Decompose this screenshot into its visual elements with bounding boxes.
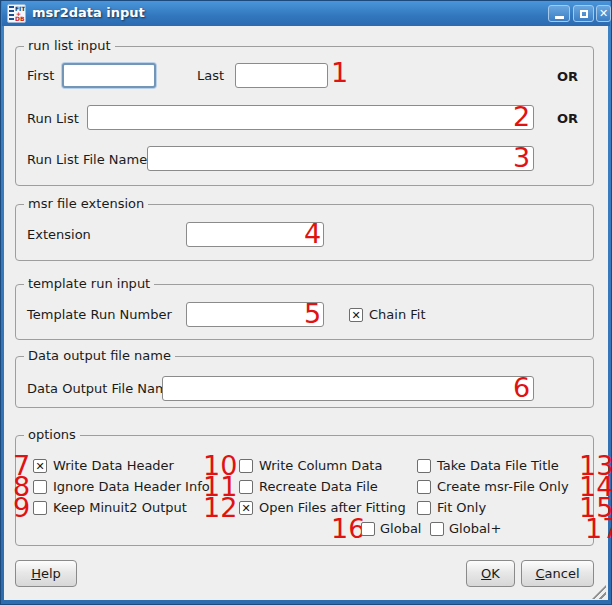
first-label: First — [27, 68, 54, 84]
recreate-data-file-checkbox[interactable] — [239, 480, 253, 494]
recreate-data-file-label[interactable]: Recreate Data File — [259, 479, 378, 495]
annotation-3: 3 — [513, 143, 530, 173]
maximize-icon — [580, 10, 588, 18]
annotation-2: 2 — [513, 102, 530, 132]
chain-fit-label[interactable]: Chain Fit — [369, 307, 426, 323]
run-list-file-name-input[interactable] — [147, 146, 534, 171]
close-icon: ✕ — [599, 8, 608, 19]
keep-minuit2-output-checkbox[interactable] — [33, 501, 47, 515]
minimize-icon — [555, 16, 564, 19]
app-icon: FIT + DB — [7, 4, 26, 23]
write-data-header-label[interactable]: Write Data Header — [53, 458, 174, 474]
write-data-header-checkbox[interactable]: ✕ — [33, 459, 47, 473]
close-button[interactable]: ✕ — [596, 5, 611, 22]
minimize-button[interactable] — [548, 5, 570, 22]
app-icon-text-bottom: DB — [15, 16, 25, 22]
last-label: Last — [197, 68, 224, 84]
or-label-1: OR — [557, 69, 578, 85]
create-msr-file-only-label[interactable]: Create msr-File Only — [437, 479, 569, 495]
msr2data-dialog: FIT + DB msr2data input ✕ run list input… — [0, 0, 612, 605]
write-column-data-checkbox[interactable] — [239, 459, 253, 473]
run-list-file-name-label: Run List File Name — [27, 152, 147, 168]
app-icon-bars — [9, 6, 14, 21]
fit-only-label[interactable]: Fit Only — [437, 500, 486, 516]
annotation-9: 9 — [13, 493, 30, 523]
extension-label: Extension — [27, 227, 91, 243]
group-title-template-run-input: template run input — [24, 276, 154, 291]
ok-button[interactable]: OK — [466, 560, 515, 587]
help-button[interactable]: Help — [15, 560, 77, 587]
ignore-data-header-info-checkbox[interactable] — [33, 480, 47, 494]
fit-only-checkbox[interactable] — [417, 501, 431, 515]
write-column-data-label[interactable]: Write Column Data — [259, 458, 382, 474]
check-icon: ✕ — [241, 503, 250, 514]
open-files-after-fitting-checkbox[interactable]: ✕ — [239, 501, 253, 515]
first-run-input[interactable] — [62, 63, 156, 88]
global-label[interactable]: Global — [380, 521, 421, 537]
check-icon: ✕ — [35, 461, 44, 472]
maximize-button[interactable] — [573, 5, 594, 22]
annotation-5: 5 — [304, 299, 321, 329]
annotation-1: 1 — [331, 58, 348, 88]
group-title-options: options — [24, 427, 80, 442]
annotation-12: 12 — [203, 493, 237, 523]
global-checkbox[interactable] — [361, 522, 375, 536]
global-plus-label[interactable]: Global+ — [449, 521, 501, 537]
take-data-file-title-checkbox[interactable] — [417, 459, 431, 473]
global-plus-checkbox[interactable] — [430, 522, 444, 536]
group-title-msr-file-extension: msr file extension — [24, 196, 148, 211]
chain-fit-checkbox[interactable]: ✕ — [349, 308, 363, 322]
cancel-button[interactable]: Cancel — [521, 560, 594, 587]
create-msr-file-only-checkbox[interactable] — [417, 480, 431, 494]
template-run-number-label: Template Run Number — [27, 307, 172, 323]
ignore-data-header-info-label[interactable]: Ignore Data Header Info — [53, 479, 210, 495]
check-icon: ✕ — [351, 310, 360, 321]
last-run-input[interactable] — [235, 63, 328, 88]
data-output-file-name-label: Data Output File Name — [27, 381, 176, 397]
or-label-2: OR — [557, 111, 578, 127]
titlebar[interactable]: FIT + DB msr2data input ✕ — [2, 1, 610, 26]
run-list-input[interactable] — [87, 105, 534, 130]
keep-minuit2-output-label[interactable]: Keep Minuit2 Output — [53, 500, 187, 516]
data-output-file-name-input[interactable] — [162, 376, 534, 401]
annotation-6: 6 — [513, 373, 530, 403]
window-title: msr2data input — [32, 5, 145, 20]
annotation-4: 4 — [304, 219, 321, 249]
run-list-label: Run List — [27, 111, 79, 127]
annotation-17: 17 — [585, 514, 612, 544]
take-data-file-title-label[interactable]: Take Data File Title — [437, 458, 559, 474]
group-title-run-list-input: run list input — [24, 38, 115, 53]
group-title-data-output-file-name: Data output file name — [24, 348, 175, 363]
